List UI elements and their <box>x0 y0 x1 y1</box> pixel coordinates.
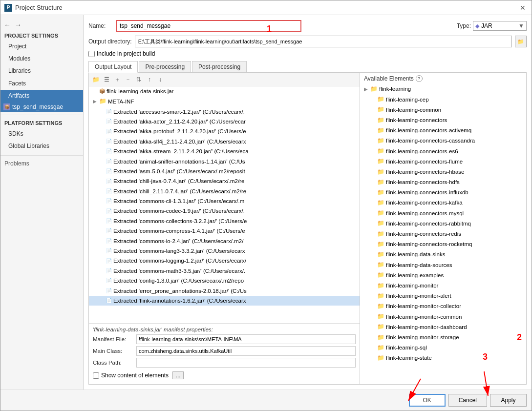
left-tree-item[interactable]: 📄Extracted 'error_prone_annotations-2.0.… <box>89 286 360 296</box>
left-tree-item[interactable]: 📄Extracted 'akka-protobuf_2.11-2.4.20.ja… <box>89 126 360 136</box>
move-down-button[interactable]: ↓ <box>155 75 165 84</box>
sidebar-item-modules[interactable]: Modules <box>0 53 83 65</box>
right-tree-item[interactable]: 📁flink-learning-monitor-collector <box>360 301 526 311</box>
move-up-button[interactable]: ↑ <box>145 75 154 84</box>
left-tree-item[interactable]: 📄Extracted 'commons-io-2.4.jar/' (C:/Use… <box>89 236 360 246</box>
right-tree-item[interactable]: 📁flink-learning-examples <box>360 270 526 280</box>
remove-element-button[interactable]: － <box>123 75 133 84</box>
right-tree-item[interactable]: 📁flink-learning-connectors-cassandra <box>360 136 526 146</box>
sidebar-item-global-libraries[interactable]: Global Libraries <box>0 140 83 152</box>
sidebar-item-facets[interactable]: Facets <box>0 78 83 90</box>
file-icon: 📄 <box>106 147 112 155</box>
left-tree-item[interactable]: 📄Extracted 'accessors-smart-1.2.jar/' (C… <box>89 107 360 117</box>
output-dir-input[interactable] <box>135 36 512 47</box>
left-tree-item[interactable]: 📄Extracted 'akka-actor_2.11-2.4.20.jar/'… <box>89 117 360 126</box>
folder-icon: 📁 <box>377 322 384 331</box>
add-folder-button[interactable]: 📁 <box>91 75 101 84</box>
left-tree-item[interactable]: 📄Extracted 'commons-logging-1.2.jar/' (C… <box>89 256 360 266</box>
right-tree-item[interactable]: 📁flink-learning-connectors-activemq <box>360 125 526 136</box>
add-element-button[interactable]: ＋ <box>112 75 122 84</box>
left-tree-item[interactable]: 📄Extracted 'commons-cli-1.3.1.jar/' (C:/… <box>89 196 360 206</box>
right-tree-item[interactable]: 📁flink-learning-monitor-storage <box>360 332 526 343</box>
right-tree-item[interactable]: 📁flink-learning-sql <box>360 343 526 353</box>
help-icon[interactable]: ? <box>416 75 423 82</box>
dots-button[interactable]: ... <box>172 371 184 379</box>
back-button[interactable]: ← <box>2 20 12 30</box>
cancel-button[interactable]: Cancel <box>448 394 487 407</box>
right-tree-item[interactable]: 📁flink-learning-connectors-redis <box>360 229 526 239</box>
right-tree-item[interactable]: 📁flink-learning-monitor-common <box>360 311 526 322</box>
sidebar-item-project[interactable]: Project <box>0 41 83 53</box>
left-tree-item[interactable]: 📄Extracted 'commons-lang3-3.3.2.jar/' (C… <box>89 246 360 256</box>
left-tree-item[interactable]: 📄Extracted 'commons-math3-3.5.jar/' (C:/… <box>89 266 360 276</box>
right-tree-item[interactable]: 📁flink-learning-monitor-dashboard <box>360 322 526 332</box>
right-tree-item[interactable]: 📁flink-learning-connectors-hdfs <box>360 177 526 187</box>
left-tree[interactable]: 📦flink-learning-data-sinks.jar▶📁META-INF… <box>89 86 360 323</box>
right-tree-item[interactable]: 📁flink-learning-connectors-flume <box>360 156 526 166</box>
include-in-build-checkbox[interactable] <box>88 51 95 57</box>
left-tree-item[interactable]: 📄Extracted 'akka-stream_2.11-2.4.20.jar/… <box>89 146 360 156</box>
sidebar-item-sdks[interactable]: SDKs <box>0 128 83 140</box>
tab-output-layout[interactable]: Output Layout <box>88 61 138 73</box>
right-tree-item[interactable]: 📁flink-learning-connectors-rocketmq <box>360 239 526 249</box>
right-tree-item-label: flink-learning-connectors-rocketmq <box>386 240 472 248</box>
file-icon: 📄 <box>106 158 112 165</box>
right-tree-item[interactable]: 📁flink-learning-connectors-mysql <box>360 208 526 218</box>
right-tree-item[interactable]: 📁flink-learning-connectors-es6 <box>360 146 526 156</box>
left-tree-item[interactable]: 📄Extracted 'commons-codec-1.9.jar/' (C:/… <box>89 206 360 216</box>
left-tree-item[interactable]: 📄Extracted 'chill_2.11-0.7.4.jar/' (C:/U… <box>89 186 360 196</box>
show-content-checkbox[interactable] <box>93 372 99 379</box>
left-tree-item[interactable]: 📄Extracted 'config-1.3.0.jar/' (C:/Users… <box>89 276 360 286</box>
tab-post-processing[interactable]: Post-processing <box>192 61 247 72</box>
right-tree-item[interactable]: 📁flink-learning-monitor-alert <box>360 291 526 301</box>
sidebar-item-artifacts[interactable]: Artifacts <box>0 90 83 102</box>
right-tree-item[interactable]: 📁flink-learning-monitor <box>360 281 526 291</box>
right-tree-item[interactable]: 📁flink-learning-connectors-influxdb <box>360 187 526 198</box>
forward-button[interactable]: → <box>13 20 23 30</box>
main-class-input[interactable] <box>136 346 356 356</box>
ok-button[interactable]: OK <box>409 394 446 407</box>
apply-button[interactable]: Apply <box>490 394 527 407</box>
left-tree-item[interactable]: 📄Extracted 'commons-collections-3.2.2.ja… <box>89 216 360 226</box>
sort-button[interactable]: ⇅ <box>134 75 144 84</box>
folder-icon: 📁 <box>377 146 384 156</box>
right-tree[interactable]: ▶📁flink-learning📁flink-learning-cep📁flin… <box>360 84 526 384</box>
right-tree-item[interactable]: 📁flink-learning-connectors-kafka <box>360 198 526 208</box>
sidebar-item-problems[interactable]: Problems <box>0 159 83 168</box>
left-tree-item[interactable]: ▶📁META-INF <box>89 96 360 106</box>
right-tree-item[interactable]: 📁flink-learning-data-sources <box>360 260 526 270</box>
right-tree-item[interactable]: ▶📁flink-learning <box>360 84 526 94</box>
left-tree-item[interactable]: 📄Extracted 'commons-compress-1.4.1.jar/'… <box>89 226 360 236</box>
sidebar-item-libraries[interactable]: Libraries <box>0 65 83 77</box>
list-view-button[interactable]: ☰ <box>102 75 111 84</box>
right-tree-item[interactable]: 📁flink-learning-connectors <box>360 115 526 125</box>
right-tree-item[interactable]: 📁flink-learning-connectors-rabbitmq <box>360 218 526 228</box>
manifest-file-input[interactable] <box>136 334 356 344</box>
left-tree-item[interactable]: 📦flink-learning-data-sinks.jar <box>89 86 360 96</box>
right-tree-item[interactable]: 📁flink-learning-state <box>360 353 526 363</box>
left-tree-item[interactable]: 📄Extracted 'asm-5.0.4.jar/' (C:/Users/ec… <box>89 166 360 176</box>
file-icon: 📄 <box>106 277 112 285</box>
left-tree-item[interactable]: 📄Extracted 'flink-annotations-1.6.2.jar/… <box>89 296 360 306</box>
right-tree-item[interactable]: 📁flink-learning-data-sinks <box>360 249 526 260</box>
right-panel: Name: Type: ◆ JAR ▼ Output directory: 📁 <box>84 15 532 390</box>
left-tree-item[interactable]: 📄Extracted 'akka-slf4j_2.11-2.4.20.jar/'… <box>89 137 360 146</box>
close-button[interactable]: ✕ <box>518 3 528 13</box>
right-tree-item-label: flink-learning-data-sources <box>386 261 452 269</box>
left-tree-item[interactable]: 📄Extracted 'animal-sniffer-annotations-1… <box>89 157 360 166</box>
folder-icon: 📁 <box>377 208 384 218</box>
platform-settings-label: Platform Settings <box>0 118 83 128</box>
tabs: Output Layout Pre-processing Post-proces… <box>88 61 527 73</box>
output-dir-browse-button[interactable]: 📁 <box>515 36 527 47</box>
nav-arrows: ← → <box>0 19 83 31</box>
right-tree-item[interactable]: 📁flink-learning-common <box>360 104 526 115</box>
right-tree-item[interactable]: 📁flink-learning-connectors-hbase <box>360 167 526 177</box>
sidebar-artifact-item[interactable]: 📦 tsp_send_messgae <box>0 102 83 112</box>
class-path-input[interactable] <box>136 358 356 368</box>
tab-pre-processing[interactable]: Pre-processing <box>139 61 191 72</box>
right-tree-item-label: flink-learning-monitor-collector <box>386 302 461 310</box>
name-input[interactable] <box>116 20 301 32</box>
left-tree-item[interactable]: 📄Extracted 'chill-java-0.7.4.jar/' (C:/U… <box>89 176 360 186</box>
right-tree-item[interactable]: 📁flink-learning-cep <box>360 94 526 104</box>
type-dropdown[interactable]: ◆ JAR ▼ <box>473 21 527 31</box>
